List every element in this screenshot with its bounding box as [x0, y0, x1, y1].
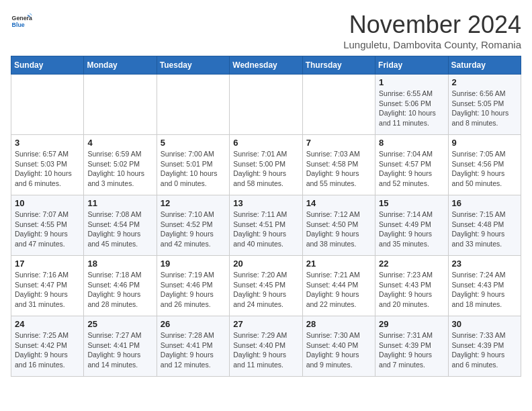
day-info: Sunrise: 6:57 AMSunset: 5:03 PMDaylight:…: [15, 149, 80, 189]
calendar-cell: 13Sunrise: 7:11 AMSunset: 4:51 PMDayligh…: [230, 195, 302, 256]
day-number: 1: [379, 77, 444, 87]
calendar-week-row: 10Sunrise: 7:07 AMSunset: 4:55 PMDayligh…: [11, 195, 521, 256]
day-info: Sunrise: 7:21 AMSunset: 4:44 PMDaylight:…: [306, 270, 371, 310]
calendar-cell: 24Sunrise: 7:25 AMSunset: 4:42 PMDayligh…: [11, 316, 84, 377]
calendar-cell: 26Sunrise: 7:28 AMSunset: 4:41 PMDayligh…: [157, 316, 229, 377]
calendar-cell: [302, 75, 375, 135]
day-number: 12: [161, 198, 226, 208]
day-info: Sunrise: 7:19 AMSunset: 4:46 PMDaylight:…: [161, 270, 226, 310]
day-info: Sunrise: 7:12 AMSunset: 4:50 PMDaylight:…: [306, 210, 371, 249]
day-number: 24: [15, 319, 80, 329]
day-info: Sunrise: 7:08 AMSunset: 4:54 PMDaylight:…: [87, 210, 152, 249]
calendar-cell: [230, 75, 302, 135]
day-of-week-header: Wednesday: [230, 56, 302, 75]
day-info: Sunrise: 7:04 AMSunset: 4:57 PMDaylight:…: [379, 149, 444, 189]
calendar-cell: 18Sunrise: 7:18 AMSunset: 4:46 PMDayligh…: [84, 256, 157, 316]
day-info: Sunrise: 6:56 AMSunset: 5:05 PMDaylight:…: [452, 89, 517, 128]
day-number: 6: [233, 138, 298, 148]
day-info: Sunrise: 7:18 AMSunset: 4:46 PMDaylight:…: [87, 270, 152, 310]
day-info: Sunrise: 7:01 AMSunset: 5:00 PMDaylight:…: [233, 149, 298, 189]
day-number: 28: [306, 319, 371, 329]
day-number: 19: [161, 259, 226, 269]
calendar-cell: 16Sunrise: 7:15 AMSunset: 4:48 PMDayligh…: [448, 195, 521, 256]
calendar-cell: 6Sunrise: 7:01 AMSunset: 5:00 PMDaylight…: [230, 135, 302, 195]
calendar-cell: [84, 75, 157, 135]
day-info: Sunrise: 6:59 AMSunset: 5:02 PMDaylight:…: [87, 149, 152, 189]
day-number: 20: [233, 259, 298, 269]
day-number: 21: [306, 259, 371, 269]
day-info: Sunrise: 7:05 AMSunset: 4:56 PMDaylight:…: [452, 149, 517, 189]
day-info: Sunrise: 7:03 AMSunset: 4:58 PMDaylight:…: [306, 149, 371, 189]
day-number: 29: [379, 319, 444, 329]
day-number: 14: [306, 198, 371, 208]
calendar-cell: 7Sunrise: 7:03 AMSunset: 4:58 PMDaylight…: [302, 135, 375, 195]
svg-text:Blue: Blue: [12, 21, 25, 28]
calendar-cell: 30Sunrise: 7:33 AMSunset: 4:39 PMDayligh…: [448, 316, 521, 377]
day-of-week-header: Sunday: [11, 56, 84, 75]
day-info: Sunrise: 7:27 AMSunset: 4:41 PMDaylight:…: [87, 330, 152, 370]
calendar-cell: 15Sunrise: 7:14 AMSunset: 4:49 PMDayligh…: [375, 195, 448, 256]
calendar-cell: 29Sunrise: 7:31 AMSunset: 4:39 PMDayligh…: [375, 316, 448, 377]
day-of-week-header: Friday: [375, 56, 448, 75]
calendar-cell: 19Sunrise: 7:19 AMSunset: 4:46 PMDayligh…: [157, 256, 229, 316]
calendar-cell: 3Sunrise: 6:57 AMSunset: 5:03 PMDaylight…: [11, 135, 84, 195]
day-number: 10: [15, 198, 80, 208]
calendar-week-row: 24Sunrise: 7:25 AMSunset: 4:42 PMDayligh…: [11, 316, 521, 377]
calendar-cell: 11Sunrise: 7:08 AMSunset: 4:54 PMDayligh…: [84, 195, 157, 256]
calendar-cell: 12Sunrise: 7:10 AMSunset: 4:52 PMDayligh…: [157, 195, 229, 256]
calendar-cell: 8Sunrise: 7:04 AMSunset: 4:57 PMDaylight…: [375, 135, 448, 195]
calendar-week-row: 3Sunrise: 6:57 AMSunset: 5:03 PMDaylight…: [11, 135, 521, 195]
day-number: 13: [233, 198, 298, 208]
day-info: Sunrise: 7:11 AMSunset: 4:51 PMDaylight:…: [233, 210, 298, 249]
day-of-week-header: Tuesday: [157, 56, 229, 75]
calendar-cell: 20Sunrise: 7:20 AMSunset: 4:45 PMDayligh…: [230, 256, 302, 316]
day-info: Sunrise: 7:14 AMSunset: 4:49 PMDaylight:…: [379, 210, 444, 249]
calendar-cell: 1Sunrise: 6:55 AMSunset: 5:06 PMDaylight…: [375, 75, 448, 135]
calendar-cell: 10Sunrise: 7:07 AMSunset: 4:55 PMDayligh…: [11, 195, 84, 256]
day-of-week-header: Monday: [84, 56, 157, 75]
day-info: Sunrise: 7:28 AMSunset: 4:41 PMDaylight:…: [161, 330, 226, 370]
calendar-header: SundayMondayTuesdayWednesdayThursdayFrid…: [11, 56, 521, 75]
calendar-table: SundayMondayTuesdayWednesdayThursdayFrid…: [11, 56, 521, 377]
day-info: Sunrise: 7:20 AMSunset: 4:45 PMDaylight:…: [233, 270, 298, 310]
calendar-cell: [157, 75, 229, 135]
calendar-week-row: 1Sunrise: 6:55 AMSunset: 5:06 PMDaylight…: [11, 75, 521, 135]
calendar-cell: 14Sunrise: 7:12 AMSunset: 4:50 PMDayligh…: [302, 195, 375, 256]
day-number: 22: [379, 259, 444, 269]
calendar-week-row: 17Sunrise: 7:16 AMSunset: 4:47 PMDayligh…: [11, 256, 521, 316]
calendar-cell: 2Sunrise: 6:56 AMSunset: 5:05 PMDaylight…: [448, 75, 521, 135]
day-of-week-header: Saturday: [448, 56, 521, 75]
day-number: 3: [15, 138, 80, 148]
header: General Blue General Blue November 2024 …: [11, 11, 521, 50]
location-subtitle: Lunguletu, Dambovita County, Romania: [343, 39, 521, 50]
day-info: Sunrise: 7:23 AMSunset: 4:43 PMDaylight:…: [379, 270, 444, 310]
day-number: 17: [15, 259, 80, 269]
day-info: Sunrise: 7:16 AMSunset: 4:47 PMDaylight:…: [15, 270, 80, 310]
day-info: Sunrise: 7:24 AMSunset: 4:43 PMDaylight:…: [452, 270, 517, 310]
day-info: Sunrise: 7:29 AMSunset: 4:40 PMDaylight:…: [233, 330, 298, 370]
day-number: 7: [306, 138, 371, 148]
day-number: 4: [87, 138, 152, 148]
month-title: November 2024: [343, 11, 521, 39]
day-number: 27: [233, 319, 298, 329]
calendar-cell: 9Sunrise: 7:05 AMSunset: 4:56 PMDaylight…: [448, 135, 521, 195]
day-info: Sunrise: 7:10 AMSunset: 4:52 PMDaylight:…: [161, 210, 226, 249]
day-number: 8: [379, 138, 444, 148]
day-info: Sunrise: 7:25 AMSunset: 4:42 PMDaylight:…: [15, 330, 80, 370]
day-number: 11: [87, 198, 152, 208]
day-info: Sunrise: 7:30 AMSunset: 4:40 PMDaylight:…: [306, 330, 371, 370]
day-number: 26: [161, 319, 226, 329]
day-number: 23: [452, 259, 517, 269]
calendar-cell: 27Sunrise: 7:29 AMSunset: 4:40 PMDayligh…: [230, 316, 302, 377]
title-area: November 2024 Lunguletu, Dambovita Count…: [343, 11, 521, 50]
calendar-cell: 5Sunrise: 7:00 AMSunset: 5:01 PMDaylight…: [157, 135, 229, 195]
day-number: 15: [379, 198, 444, 208]
day-number: 9: [452, 138, 517, 148]
logo: General Blue General Blue: [11, 11, 32, 32]
calendar-cell: 23Sunrise: 7:24 AMSunset: 4:43 PMDayligh…: [448, 256, 521, 316]
day-number: 30: [452, 319, 517, 329]
day-info: Sunrise: 7:15 AMSunset: 4:48 PMDaylight:…: [452, 210, 517, 249]
calendar-cell: 17Sunrise: 7:16 AMSunset: 4:47 PMDayligh…: [11, 256, 84, 316]
day-info: Sunrise: 6:55 AMSunset: 5:06 PMDaylight:…: [379, 89, 444, 128]
calendar-cell: 28Sunrise: 7:30 AMSunset: 4:40 PMDayligh…: [302, 316, 375, 377]
